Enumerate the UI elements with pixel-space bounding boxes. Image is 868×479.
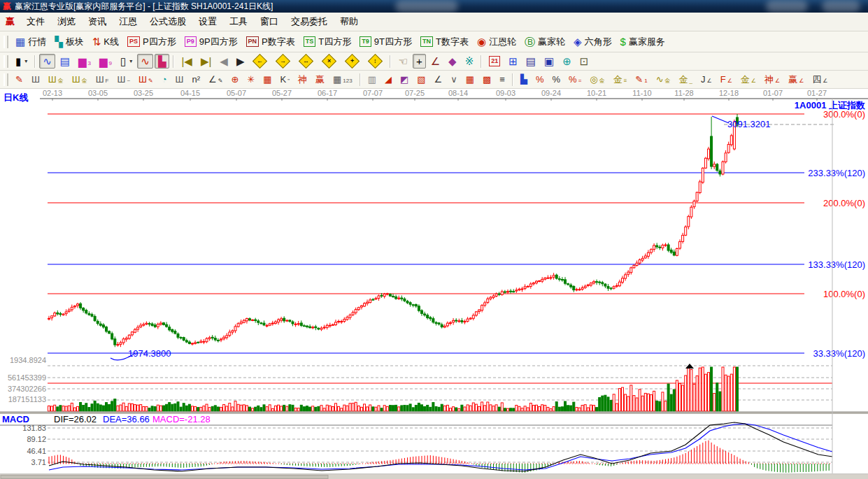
web-box-red-icon[interactable]: ▧ [413, 73, 429, 86]
grid-red-icon[interactable]: ▦ [259, 73, 275, 86]
menu-item-browse[interactable]: 浏览 [51, 13, 82, 30]
t-number-table-button[interactable]: TNT数字表 [417, 34, 472, 50]
percent-icon[interactable]: % [549, 73, 564, 86]
zoom-right-icon[interactable]: → [272, 52, 294, 70]
calendar-icon[interactable]: 21 [485, 54, 504, 69]
9p-square-button[interactable]: P99P四方形 [181, 34, 241, 50]
ying-angle-icon[interactable]: 赢∠ [785, 73, 807, 86]
menu-item-file[interactable]: 文件 [20, 13, 51, 30]
j-angle-icon[interactable]: J∠ [697, 73, 716, 86]
p-square-button[interactable]: PSP四方形 [124, 34, 180, 50]
time-cycle-icon[interactable]: ◔ [158, 73, 171, 86]
zoom-plus-icon[interactable]: + [341, 52, 363, 70]
web-tool-icon[interactable]: ※ [462, 54, 478, 69]
remote-pc-icon[interactable]: ⊡ [576, 54, 592, 69]
color-histogram-icon[interactable]: ▙ [155, 54, 170, 69]
angle-tool-icon[interactable]: ∠ [427, 54, 443, 69]
gold-comb-2-icon[interactable]: Ш金 [69, 73, 91, 86]
brush-icon[interactable]: ✎ [12, 73, 27, 86]
candle-body [558, 279, 560, 280]
gold-wave-icon[interactable]: ∿金 [653, 73, 674, 86]
notes-icon[interactable]: ▤ [522, 54, 539, 69]
save-icon[interactable]: ▣ [541, 54, 557, 69]
brush-comb-icon[interactable]: Ш✎ [135, 73, 157, 86]
next-bar-icon[interactable]: ▶ [233, 54, 248, 69]
gold-underline-icon[interactable]: 金_ [676, 73, 696, 86]
zoom-left-icon[interactable]: ← [249, 52, 271, 70]
grid-123-icon[interactable]: ▦123 [329, 73, 356, 86]
ying-comb-icon[interactable]: 赢 [312, 73, 328, 86]
menu-item-tools[interactable]: 工具 [223, 13, 254, 30]
t-square-button[interactable]: TST四方形 [300, 34, 355, 50]
menu-item-gann[interactable]: 江恩 [113, 13, 143, 30]
calculator-icon[interactable]: ⊞ [505, 54, 521, 69]
percent-line-icon[interactable]: % [532, 73, 548, 86]
bars-3-icon[interactable]: ▆3 [75, 54, 94, 69]
crosshair-tool-icon[interactable]: + [413, 54, 426, 69]
grid-box-red-icon[interactable]: ▩ [479, 73, 495, 86]
f-angle-icon[interactable]: F∠ [717, 73, 736, 86]
menu-item-window[interactable]: 窗口 [254, 13, 285, 30]
prev-bar-icon[interactable]: ◀ [216, 54, 232, 69]
trend-wave-icon[interactable]: ∿ [39, 54, 55, 69]
target-red-icon[interactable]: ⊕ [227, 73, 242, 86]
network-icon[interactable]: ⊕ [559, 54, 575, 69]
kline-button[interactable]: ⇅K线 [89, 34, 122, 50]
box-rail-icon[interactable]: ▥ [364, 73, 380, 86]
gold-comb-1-icon[interactable]: Ш金 [45, 73, 67, 86]
shen-angle-icon[interactable]: 神∠ [761, 73, 783, 86]
menu-item-trade-order[interactable]: 交易委托 [285, 13, 334, 30]
gold-circle-icon[interactable]: ◎金 [586, 73, 608, 86]
candle-style-dropdown-icon[interactable]: ▯▾ [117, 54, 136, 69]
menu-item-formula-stock-pick[interactable]: 公式选股 [143, 13, 192, 30]
fan-box-purple-icon[interactable]: ◩ [397, 73, 412, 86]
comb-icon[interactable]: Ш [28, 73, 43, 86]
zoom-x-icon[interactable]: × [318, 52, 340, 70]
toolbar-grip[interactable] [3, 55, 8, 68]
bars-9-icon[interactable]: ▆9 [96, 54, 115, 69]
menu-item-settings[interactable]: 设置 [192, 13, 223, 30]
zoom-all-icon[interactable]: ↕ [364, 52, 386, 70]
v-dotted-icon[interactable]: ∨ [447, 73, 461, 86]
flag-pencil-icon[interactable]: ✎1 [632, 73, 650, 86]
gann-wheel-button[interactable]: ◉江恩轮 [474, 34, 520, 50]
quotes-button[interactable]: ▦行情 [12, 34, 50, 50]
grid-red-2-icon[interactable]: ▦ [462, 73, 478, 86]
first-page-icon[interactable]: |◀ [178, 54, 195, 69]
angle-lines-icon[interactable]: ∠ [431, 73, 446, 86]
zoom-both-icon[interactable]: ↔ [295, 52, 317, 70]
comb-2-icon[interactable]: Ш [172, 73, 187, 86]
shen-comb-icon[interactable]: 神 [294, 73, 311, 86]
sectors-button[interactable]: ▚板块 [51, 34, 87, 50]
toolbar-grip[interactable] [3, 36, 8, 48]
fan-red-icon[interactable]: ◢ [381, 73, 395, 86]
n-square-icon[interactable]: n² [188, 73, 204, 86]
info-doc-icon[interactable]: ▤ [57, 54, 73, 69]
9t-square-button[interactable]: T99T四方形 [356, 34, 415, 50]
hand-tool-icon[interactable]: ☜ [394, 54, 411, 69]
last-page-icon[interactable]: ▶| [197, 54, 215, 69]
kline-chart-canvas[interactable]: 02-1303-0503-2504-1505-0705-2706-1707-07… [0, 89, 868, 479]
menu-item-news[interactable]: 资讯 [82, 13, 113, 30]
menu-item-help[interactable]: 帮助 [334, 13, 364, 30]
f-comb-icon[interactable]: ШF [92, 73, 113, 86]
p-number-table-button[interactable]: PNP数字表 [243, 34, 299, 50]
blue-bars-icon[interactable]: ▙ [517, 73, 531, 86]
red-wave-icon[interactable]: ∿ [137, 54, 153, 69]
gann-flower-tool-icon[interactable]: ◆ [445, 54, 460, 69]
gold-angle-icon[interactable]: 金∠ [737, 73, 760, 86]
chart-type-dropdown-icon[interactable]: ▮▾ [12, 54, 31, 69]
winner-service-button[interactable]: $赢家服务 [617, 34, 669, 50]
web-red-icon[interactable]: ✳ [243, 73, 258, 86]
h-scrollbar-thumb[interactable] [1, 476, 328, 479]
si-angle-icon[interactable]: 四∠ [809, 73, 831, 86]
percent-eq-icon[interactable]: %= [565, 73, 585, 86]
hexagon-button[interactable]: ◈六角形 [570, 34, 616, 50]
multi-angle-icon[interactable]: ≡ [496, 73, 508, 86]
arc-comb-icon[interactable]: Ш~ [113, 73, 134, 86]
gold-lines-icon[interactable]: 金≡ [610, 73, 631, 86]
winner-wheel-button[interactable]: Ⓑ赢家轮 [521, 34, 569, 50]
k-mark-icon[interactable]: K" [277, 73, 294, 86]
toolbar-grip[interactable] [3, 73, 8, 86]
angle-pencil-icon[interactable]: ∠✎ [205, 73, 226, 86]
